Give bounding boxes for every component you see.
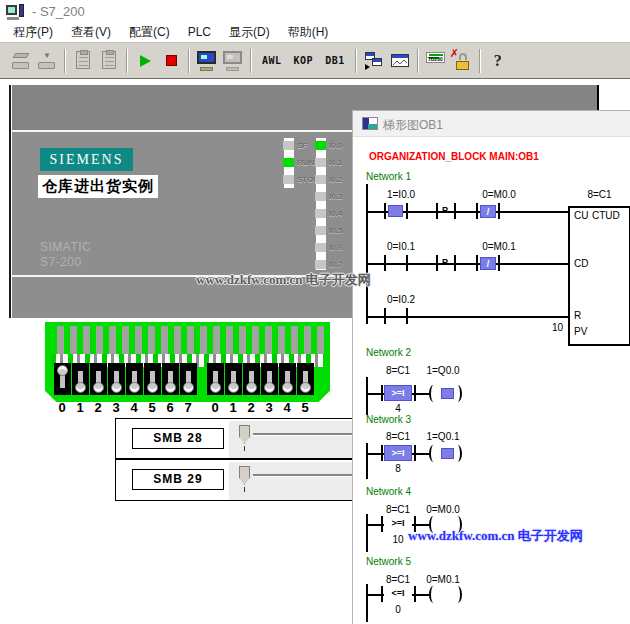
ob-header: ORGANIZATION_BLOCK MAIN:OB1 xyxy=(369,151,539,162)
contact-label: 0=M0.1 xyxy=(465,241,533,252)
program-blocks-button[interactable] xyxy=(361,48,387,74)
coil-label: 0=M0.0 xyxy=(415,504,471,515)
slider-track[interactable] xyxy=(253,474,365,477)
input-switch-6[interactable] xyxy=(162,363,179,395)
contact-label: 0=I0.1 xyxy=(371,241,431,252)
positive-edge-contact: P xyxy=(437,205,453,215)
compare-contact: >=I xyxy=(384,445,412,461)
power-rail xyxy=(366,584,368,622)
coil-label: 1=Q0.1 xyxy=(415,431,471,442)
input-switch-12[interactable] xyxy=(243,363,260,395)
menu-bar: 程序(P) 查看(V) 配置(C) PLC 显示(D) 帮助(H) xyxy=(0,22,630,43)
switch-group-1 xyxy=(54,363,197,395)
led-run-label: RUN xyxy=(297,158,314,167)
smb29-slider xyxy=(229,462,366,500)
app-window: - S7_200 程序(P) 查看(V) 配置(C) PLC 显示(D) 帮助(… xyxy=(0,0,630,624)
input-switch-11[interactable] xyxy=(225,363,242,395)
menu-view[interactable]: 查看(V) xyxy=(62,22,120,43)
network1-title: Network 1 xyxy=(366,171,411,182)
coil-label: 1=Q0.0 xyxy=(415,365,471,376)
clipboard-icon xyxy=(102,51,116,69)
r-input-label: R xyxy=(574,310,581,321)
switch-numbers-2: 0 1 2 3 4 5 xyxy=(206,400,314,415)
monitor-gray-icon xyxy=(223,51,242,64)
chart-window-icon xyxy=(391,54,409,67)
help-button[interactable]: ? xyxy=(485,48,511,74)
watermark-bottom: www.dzkfw.com.cn 电子开发网 xyxy=(408,527,583,545)
clipboard-awl-button[interactable] xyxy=(70,48,96,74)
smb29-label: SMB 29 xyxy=(132,469,224,490)
led-i04 xyxy=(315,209,326,218)
slider-handle[interactable] xyxy=(239,466,250,485)
input-switch-10[interactable] xyxy=(207,363,224,395)
run-button[interactable] xyxy=(132,48,158,74)
menu-display[interactable]: 显示(D) xyxy=(220,22,279,43)
ladder-window-titlebar[interactable]: 梯形图OB1 xyxy=(353,111,630,137)
slider-handle[interactable] xyxy=(239,425,250,444)
counter-label: 8=C1 xyxy=(568,189,630,200)
pv-value: 10 xyxy=(537,322,563,333)
load-program-button[interactable] xyxy=(8,48,34,74)
panel-left-border xyxy=(9,85,11,318)
input-switch-2[interactable] xyxy=(90,363,107,395)
menu-plc[interactable]: PLC xyxy=(179,23,220,41)
input-terminal-block xyxy=(45,322,330,402)
input-switch-0[interactable] xyxy=(54,363,71,395)
input-switch-1[interactable] xyxy=(72,363,89,395)
monitor-icon xyxy=(197,51,216,64)
awl-button[interactable]: AWL xyxy=(256,55,288,66)
input-switch-4[interactable] xyxy=(126,363,143,395)
status-chart-button[interactable] xyxy=(387,48,413,74)
input-switch-15[interactable] xyxy=(297,363,314,395)
play-icon xyxy=(140,55,151,67)
siemens-logo: SIEMENS xyxy=(40,148,133,171)
password-lock-button[interactable]: ✗ xyxy=(449,48,475,74)
menu-program[interactable]: 程序(P) xyxy=(4,22,62,43)
input-switch-13[interactable] xyxy=(261,363,278,395)
slider-track[interactable] xyxy=(253,433,365,436)
contact-label: 0=I0.2 xyxy=(371,294,431,305)
monitor-off-button[interactable] xyxy=(220,48,246,74)
monitor-on-button[interactable] xyxy=(194,48,220,74)
input-switch-7[interactable] xyxy=(180,363,197,395)
led-i02-label: I0.2 xyxy=(329,175,342,184)
disk-icon xyxy=(13,53,30,58)
menu-help[interactable]: 帮助(H) xyxy=(279,22,338,43)
nc-contact: / xyxy=(480,257,496,270)
stop-button[interactable] xyxy=(158,48,184,74)
smb28-label: SMB 28 xyxy=(132,428,224,449)
save-program-button[interactable]: ▼ xyxy=(34,48,60,74)
led-i05 xyxy=(315,226,326,235)
power-rail xyxy=(366,514,368,552)
input-switch-14[interactable] xyxy=(279,363,296,395)
toolbar-separator xyxy=(355,49,357,73)
toolbar-separator xyxy=(188,49,190,73)
db1-button[interactable]: DB1 xyxy=(319,55,351,66)
compare-value: 4 xyxy=(370,403,426,414)
coil-right-paren xyxy=(453,385,462,402)
clipboard-db1-button[interactable] xyxy=(96,48,122,74)
compare-value: 0 xyxy=(370,604,426,615)
led-i07 xyxy=(315,260,326,269)
led-i00-label: I0.0 xyxy=(329,141,342,150)
switch-group-2 xyxy=(207,363,314,395)
rung-line xyxy=(366,263,568,265)
arrow-icon xyxy=(365,64,370,70)
coil-label: 0=M0.1 xyxy=(415,574,471,585)
led-sf xyxy=(283,141,294,150)
power-rail xyxy=(366,184,368,324)
power-rail xyxy=(366,377,368,415)
toolbar-separator xyxy=(250,49,252,73)
question-icon: ? xyxy=(494,52,502,70)
input-switch-5[interactable] xyxy=(144,363,161,395)
led-i02 xyxy=(315,175,326,184)
power-rail xyxy=(366,443,368,479)
network5-title: Network 5 xyxy=(366,556,411,567)
project-caption: 仓库进出货实例 xyxy=(38,175,158,198)
menu-config[interactable]: 配置(C) xyxy=(120,22,179,43)
kop-button[interactable]: KOP xyxy=(288,55,320,66)
input-switch-3[interactable] xyxy=(108,363,125,395)
block-type-label: CTUD xyxy=(592,210,620,221)
cu-input-label: CU xyxy=(574,210,588,221)
td200-button[interactable]: TD200 xyxy=(423,48,449,74)
